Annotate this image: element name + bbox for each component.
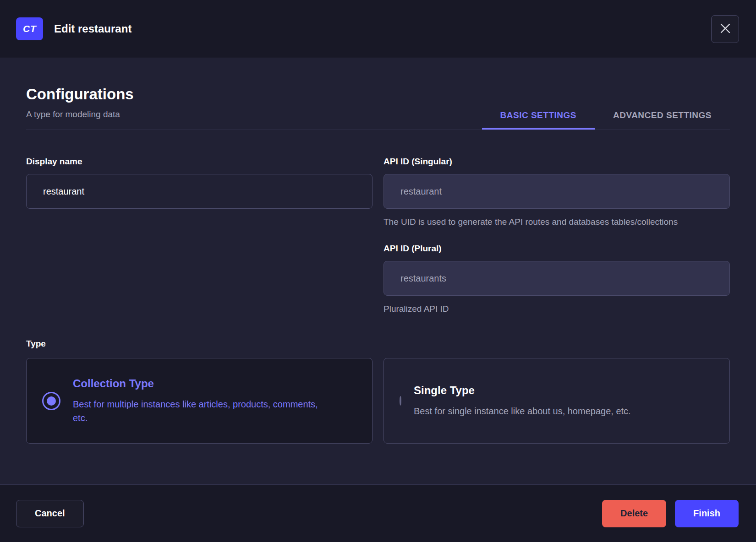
section-header: Configurations A type for modeling data … (26, 58, 730, 130)
tab-basic-settings[interactable]: BASIC SETTINGS (482, 102, 595, 130)
form-grid: Display name API ID (Singular) The UID i… (26, 157, 730, 316)
api-id-singular-hint: The UID is used to generate the API rout… (383, 215, 681, 229)
modal-body: Configurations A type for modeling data … (0, 58, 756, 484)
page-title: Configurations (26, 86, 134, 103)
type-section-label: Type (26, 339, 730, 349)
collection-type-title: Collection Type (73, 377, 329, 390)
cancel-button[interactable]: Cancel (16, 500, 84, 527)
display-name-input[interactable] (26, 174, 373, 209)
collection-type-text: Collection Type Best for multiple instan… (73, 377, 329, 425)
single-type-text: Single Type Best for single instance lik… (414, 384, 631, 418)
radio-selected-icon[interactable] (42, 392, 60, 410)
collection-type-description: Best for multiple instances like article… (73, 397, 329, 425)
api-id-plural-label: API ID (Plural) (383, 244, 730, 254)
modal-footer: Cancel Delete Finish (0, 484, 756, 542)
api-id-plural-hint: Pluralized API ID (383, 302, 681, 316)
modal-title: Edit restaurant (54, 22, 131, 35)
collection-type-card[interactable]: Collection Type Best for multiple instan… (26, 358, 373, 444)
api-id-singular-label: API ID (Singular) (383, 157, 730, 167)
modal-header: CT Edit restaurant (0, 0, 756, 58)
radio-unselected-icon[interactable] (400, 397, 401, 405)
type-options: Collection Type Best for multiple instan… (26, 358, 730, 444)
api-id-plural-input[interactable] (383, 261, 730, 296)
single-type-description: Best for single instance like about us, … (414, 404, 631, 418)
display-name-label: Display name (26, 157, 373, 167)
close-button[interactable] (711, 15, 739, 43)
api-id-field-group: API ID (Singular) The UID is used to gen… (383, 157, 730, 316)
single-type-card[interactable]: Single Type Best for single instance lik… (383, 358, 730, 444)
single-type-title: Single Type (414, 384, 631, 397)
page-subtitle: A type for modeling data (26, 109, 134, 130)
content-type-badge: CT (16, 17, 43, 40)
delete-button[interactable]: Delete (602, 500, 666, 527)
tab-advanced-settings[interactable]: ADVANCED SETTINGS (595, 102, 730, 130)
settings-tabs: BASIC SETTINGS ADVANCED SETTINGS (482, 102, 730, 130)
section-titles: Configurations A type for modeling data (26, 86, 134, 130)
display-name-field-group: Display name (26, 157, 373, 209)
edit-content-type-modal: CT Edit restaurant Configurations A type… (0, 0, 756, 542)
api-id-singular-input[interactable] (383, 174, 730, 209)
api-id-plural-field-group: API ID (Plural) Pluralized API ID (383, 244, 730, 316)
finish-button[interactable]: Finish (675, 500, 739, 527)
close-icon (719, 22, 731, 36)
